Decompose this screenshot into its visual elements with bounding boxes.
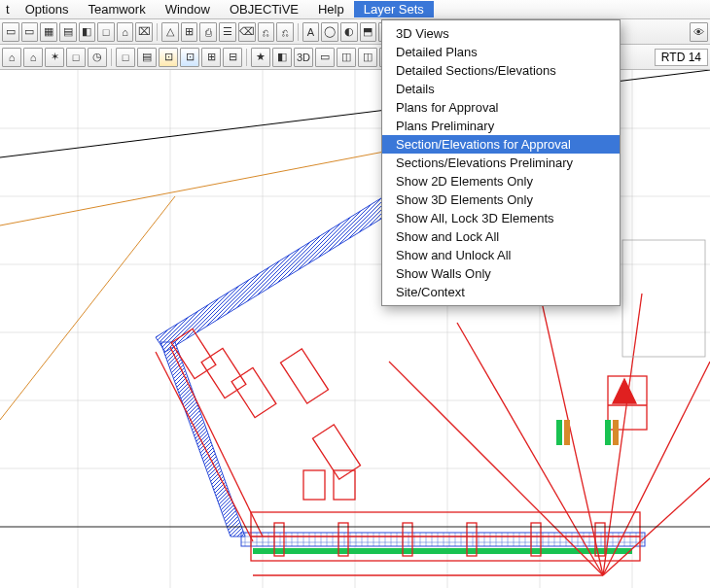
svg-rect-54 [622, 240, 705, 357]
tool-icon[interactable]: □ [116, 48, 135, 67]
svg-rect-31 [303, 470, 325, 500]
dd-item-site-context[interactable]: Site/Context [382, 283, 620, 301]
tool-icon[interactable]: ◯ [321, 22, 338, 42]
tool-icon[interactable]: ◧ [272, 48, 292, 67]
eye-icon[interactable]: 👁 [690, 22, 708, 42]
tool-icon[interactable]: ⌂ [2, 48, 21, 67]
menu-item-help[interactable]: Help [308, 1, 354, 17]
svg-marker-18 [156, 196, 394, 352]
toolbar-separator [111, 49, 112, 66]
dd-item-show-all-lock-3d[interactable]: Show All, Lock 3D Elements [382, 209, 620, 227]
tool-icon[interactable]: ⌫ [238, 22, 256, 42]
svg-rect-29 [280, 349, 328, 403]
tool-icon[interactable]: ⊞ [181, 22, 198, 42]
layersets-dropdown: 3D Views Detailed Plans Detailed Section… [381, 19, 621, 306]
dd-item-show-3d-only[interactable]: Show 3D Elements Only [382, 190, 620, 209]
svg-rect-51 [605, 420, 611, 445]
svg-rect-21 [253, 548, 632, 554]
tool-icon[interactable]: ⎙ [199, 22, 217, 42]
tool-icon[interactable]: ▤ [59, 22, 77, 42]
tool-icon[interactable]: ▦ [40, 22, 57, 42]
toolbar-separator [246, 49, 247, 66]
svg-rect-50 [564, 420, 570, 445]
dd-item-show-unlock-all[interactable]: Show and Unlock All [382, 246, 620, 264]
view-label[interactable]: RTD 14 [655, 49, 708, 66]
menu-item-options[interactable]: Options [16, 1, 79, 17]
tool-icon[interactable]: ⌧ [135, 22, 153, 42]
tool-icon[interactable]: ◐ [340, 22, 358, 42]
toolbar-separator [157, 23, 158, 41]
tool-icon[interactable]: ⊞ [201, 48, 221, 67]
menu-item-window[interactable]: Window [156, 1, 220, 17]
dd-item-show-lock-all[interactable]: Show and Lock All [382, 227, 620, 246]
svg-rect-49 [556, 420, 562, 445]
dd-item-show-walls-only[interactable]: Show Walls Only [382, 264, 620, 283]
svg-rect-27 [201, 348, 246, 398]
dd-item-detailed-sections[interactable]: Detailed Sections/Elevations [382, 61, 620, 80]
menu-item-objective[interactable]: OBJECTiVE [220, 1, 308, 17]
dd-item-plans-preliminary[interactable]: Plans Preliminary [382, 117, 620, 135]
menu-item-layersets[interactable]: Layer Sets [354, 1, 434, 17]
dd-item-details[interactable]: Details [382, 80, 620, 98]
svg-marker-19 [160, 342, 245, 536]
tool-icon[interactable]: ◫ [337, 48, 356, 67]
menubar: t Options Teamwork Window OBJECTiVE Help… [0, 0, 710, 19]
tool-icon[interactable]: ⎌ [258, 22, 275, 42]
tool-icon[interactable]: ◷ [88, 48, 107, 67]
tool-icon[interactable]: □ [66, 48, 86, 67]
menu-item-t[interactable]: t [4, 1, 16, 17]
tool-icon[interactable]: ▤ [137, 48, 157, 67]
toolbar-separator [298, 23, 299, 41]
svg-line-16 [0, 196, 175, 420]
tool-icon[interactable]: ▭ [315, 48, 335, 67]
tool-icon[interactable]: ✶ [45, 48, 64, 67]
tool-icon[interactable]: ⊟ [223, 48, 242, 67]
dd-item-plans-approval[interactable]: Plans for Approval [382, 98, 620, 117]
dd-item-sections-elev-preliminary[interactable]: Sections/Elevations Preliminary [382, 154, 620, 172]
tool-icon[interactable]: ▭ [21, 22, 39, 42]
tool-icon[interactable]: ▭ [2, 22, 19, 42]
svg-rect-52 [613, 420, 619, 445]
tool-icon[interactable]: ◫ [358, 48, 377, 67]
dd-item-detailed-plans[interactable]: Detailed Plans [382, 43, 620, 61]
tool-icon[interactable]: △ [161, 22, 179, 42]
tool-icon[interactable]: ⊡ [159, 48, 178, 67]
dd-item-show-2d-only[interactable]: Show 2D Elements Only [382, 172, 620, 190]
tool-icon[interactable]: ⌂ [117, 22, 134, 42]
tool-icon[interactable]: ◧ [79, 22, 96, 42]
tool-icon[interactable]: ⊡ [180, 48, 199, 67]
svg-rect-28 [231, 367, 276, 417]
dd-item-section-elev-approval[interactable]: Section/Elevations for Approval [382, 135, 620, 154]
tool-icon[interactable]: □ [97, 22, 115, 42]
svg-marker-48 [613, 379, 636, 403]
menu-item-teamwork[interactable]: Teamwork [78, 1, 155, 17]
svg-line-25 [170, 347, 263, 536]
tool-text-icon[interactable]: A [302, 22, 320, 42]
tool-icon[interactable]: ★ [251, 48, 270, 67]
tool-icon[interactable]: ⎌ [276, 22, 294, 42]
tool-icon[interactable]: ⬒ [360, 22, 377, 42]
tool-icon[interactable]: ⌂ [23, 48, 43, 67]
tool-icon[interactable]: ☰ [219, 22, 236, 42]
dd-item-3d-views[interactable]: 3D Views [382, 24, 620, 43]
tool-3d-icon[interactable]: 3D [294, 48, 313, 67]
